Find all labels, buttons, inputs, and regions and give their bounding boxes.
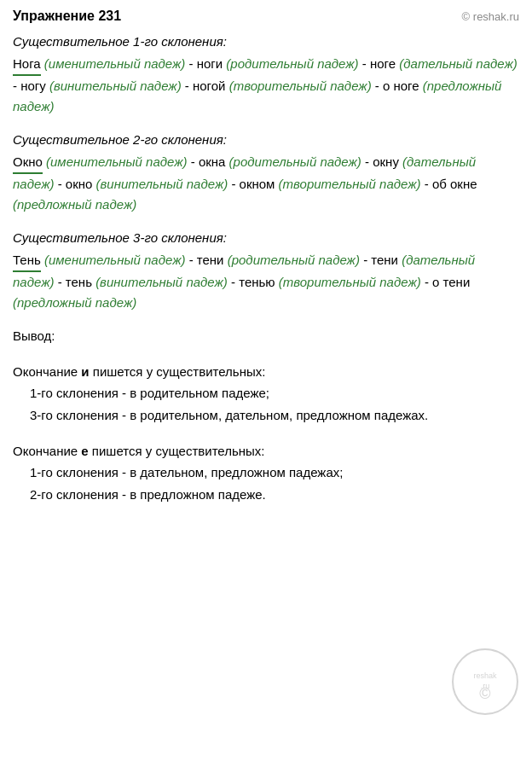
case-2-acc: (винительный падеж)	[96, 177, 228, 191]
conclusion-title: Вывод:	[13, 328, 519, 343]
ending-e-label: Окончание е пишется у существительных:	[13, 444, 519, 458]
case-2-ins: (творительный падеж)	[279, 177, 421, 191]
case-1-acc: (винительный падеж)	[49, 78, 182, 93]
case-1-gen: (родительный падеж)	[226, 56, 358, 71]
ending-i-item-1: 1-го склонения - в родительном падеже;	[30, 382, 519, 404]
section-3: Существительное 3-го склонения: Тень (им…	[13, 230, 519, 313]
section-1-content: Нога (именительный падеж) - ноги (родите…	[13, 54, 519, 117]
svg-text:reshak: reshak	[473, 671, 497, 680]
case-2-nom: (именительный падеж)	[46, 154, 188, 169]
word-ten: Тень	[13, 250, 41, 272]
case-3-acc: (винительный падеж)	[95, 275, 228, 289]
section-2-content: Окно (именительный падеж) - окна (родите…	[13, 152, 519, 215]
case-1-nom: (именительный падеж)	[44, 56, 186, 71]
ending-i-item-2: 3-го склонения - в родительном, дательно…	[30, 404, 519, 427]
word-noga: Нога	[13, 54, 41, 76]
section-3-content: Тень (именительный падеж) - тени (родите…	[13, 250, 519, 313]
ending-e-item-2: 2-го склонения - в предложном падеже.	[30, 484, 519, 506]
case-1-ins: (творительный падеж)	[229, 78, 372, 93]
case-2-gen: (родительный падеж)	[229, 154, 361, 169]
section-1: Существительное 1-го склонения: Нога (им…	[13, 34, 519, 117]
page-header: Упражнение 231 © reshak.ru	[13, 9, 519, 24]
case-2-prep: (предложный падеж)	[13, 197, 136, 212]
case-3-gen: (родительный падеж)	[228, 253, 360, 267]
page-title: Упражнение 231	[13, 9, 121, 24]
conclusion: Вывод: Окончание и пишется у существител…	[13, 328, 519, 505]
ending-e-item-1: 1-го склонения - в дательном, предложном…	[30, 462, 519, 484]
section-2: Существительное 2-го склонения: Окно (им…	[13, 132, 519, 215]
case-3-prep: (предложный падеж)	[13, 295, 136, 310]
watermark: reshak .ru ©	[451, 648, 519, 716]
case-1-dat: (дательный падеж)	[399, 56, 518, 71]
section-1-title: Существительное 1-го склонения:	[13, 34, 519, 49]
ending-i-label: Окончание и пишется у существительных:	[13, 364, 519, 379]
logo: © reshak.ru	[462, 10, 519, 23]
case-3-nom: (именительный падеж)	[44, 253, 186, 267]
svg-text:©: ©	[479, 685, 490, 702]
word-okno: Окно	[13, 152, 43, 174]
section-2-title: Существительное 2-го склонения:	[13, 132, 519, 147]
case-3-ins: (творительный падеж)	[279, 275, 421, 289]
section-3-title: Существительное 3-го склонения:	[13, 230, 519, 245]
